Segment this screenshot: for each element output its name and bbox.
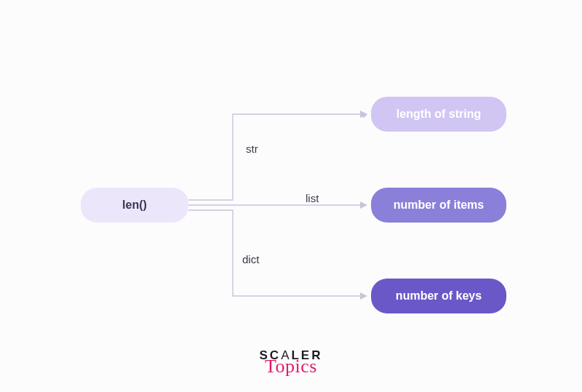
- result-label-string: length of string: [396, 108, 481, 121]
- result-label-dict: number of keys: [396, 289, 482, 303]
- source-node-len: len(): [81, 188, 188, 223]
- source-label: len(): [122, 199, 147, 212]
- result-node-dict: number of keys: [371, 279, 506, 313]
- logo-line2: Topics: [260, 357, 323, 376]
- edge-label-list: list: [303, 192, 321, 204]
- edge-label-dict: dict: [240, 253, 261, 265]
- scaler-topics-logo: SCALER Topics: [260, 349, 323, 376]
- edge-label-str: str: [244, 143, 260, 155]
- len-diagram: len() length of string number of items n…: [0, 0, 582, 392]
- result-node-string: length of string: [371, 97, 506, 132]
- result-node-list: number of items: [371, 188, 506, 223]
- result-label-list: number of items: [394, 199, 484, 212]
- svg-marker-0: [360, 111, 367, 118]
